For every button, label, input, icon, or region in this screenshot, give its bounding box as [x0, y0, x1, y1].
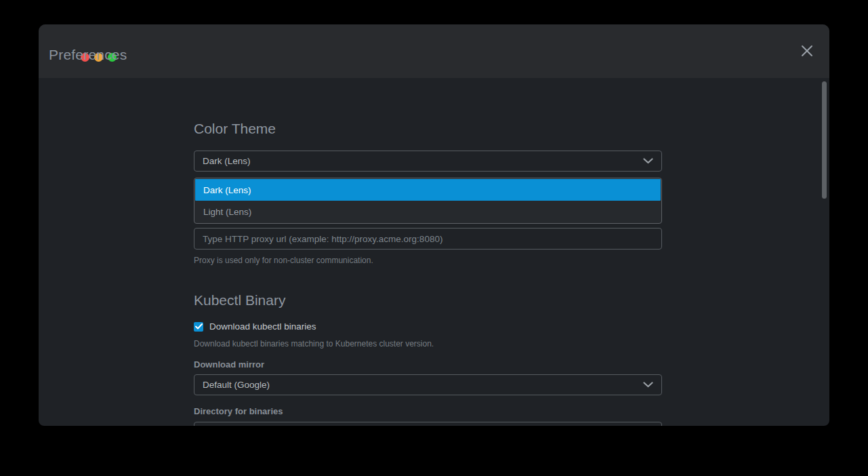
chevron-down-icon	[643, 380, 653, 390]
close-icon	[800, 43, 814, 61]
preferences-window: Preferences Color Theme Dark (Lens) Dark…	[39, 24, 829, 426]
download-mirror-label: Download mirror	[194, 359, 662, 370]
color-theme-heading: Color Theme	[194, 121, 662, 136]
chevron-down-icon	[643, 156, 653, 166]
http-proxy-input[interactable]	[194, 228, 662, 250]
dropdown-option-dark-lens[interactable]: Dark (Lens)	[195, 179, 661, 201]
option-label: Light (Lens)	[203, 207, 251, 217]
download-mirror-select-value: Default (Google)	[203, 380, 643, 390]
color-theme-select-value: Dark (Lens)	[203, 156, 643, 166]
page-title: Preferences	[49, 47, 127, 63]
close-button[interactable]	[798, 43, 816, 61]
titlebar: Preferences	[39, 24, 829, 78]
dropdown-option-light-lens[interactable]: Light (Lens)	[195, 201, 661, 222]
scrollbar-thumb[interactable]	[822, 81, 827, 199]
download-kubectl-checkbox-row[interactable]: Download kubectl binaries	[194, 321, 662, 332]
http-proxy-helper-text: Proxy is used only for non-cluster commu…	[194, 256, 662, 265]
download-kubectl-checkbox-label: Download kubectl binaries	[209, 321, 316, 332]
color-theme-select[interactable]: Dark (Lens)	[194, 151, 662, 172]
directory-for-binaries-label: Directory for binaries	[194, 406, 662, 416]
kubectl-helper-text: Download kubectl binaries matching to Ku…	[194, 339, 662, 349]
option-label: Dark (Lens)	[203, 185, 251, 195]
download-mirror-select[interactable]: Default (Google)	[194, 374, 662, 395]
checkbox-checked-icon[interactable]	[194, 322, 203, 332]
kubectl-binary-heading: Kubectl Binary	[194, 292, 662, 308]
directory-for-binaries-input[interactable]	[194, 422, 662, 426]
color-theme-dropdown-menu: Dark (Lens) Light (Lens)	[194, 178, 662, 224]
